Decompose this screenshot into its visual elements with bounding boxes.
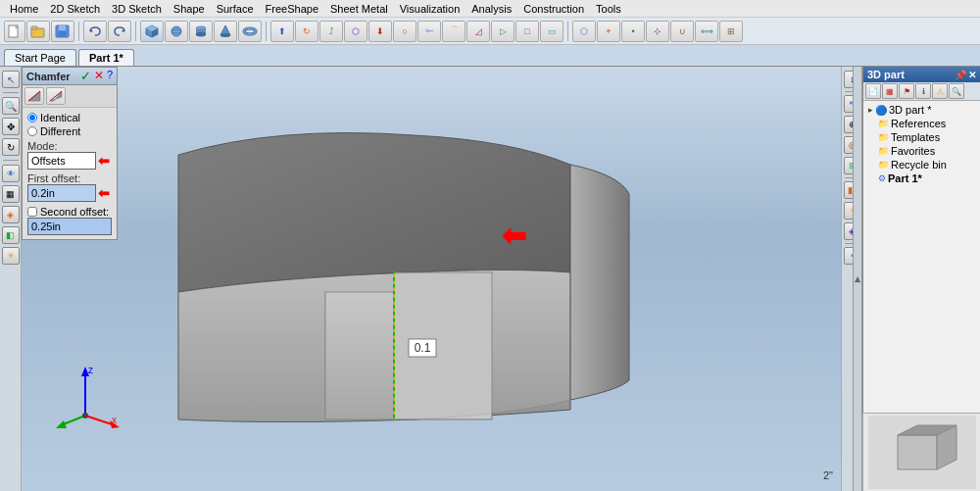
tab-start-page[interactable]: Start Page: [4, 49, 76, 66]
right-panel-header: 3D part 📌 ✕: [863, 67, 980, 82]
render-icon[interactable]: ◈: [2, 206, 20, 223]
tree-item-part1[interactable]: ⚙ Part 1*: [875, 172, 978, 185]
pattern-btn[interactable]: ⊞: [719, 21, 743, 42]
rp-search-btn[interactable]: 🔍: [949, 83, 964, 99]
menu-visualization[interactable]: Visualization: [394, 3, 466, 15]
light-icon[interactable]: ☀: [2, 247, 20, 265]
select-icon[interactable]: ↖: [2, 71, 20, 88]
rp-graph-btn[interactable]: ▦: [882, 83, 898, 99]
tab-part[interactable]: Part 1*: [78, 49, 134, 66]
menu-surface[interactable]: Surface: [211, 3, 260, 15]
radio-different-row: Different: [27, 125, 112, 137]
zoom-icon[interactable]: 🔍: [2, 97, 20, 115]
radio-identical[interactable]: [27, 113, 37, 123]
right-panel-toolbar: 📄 ▦ ⚑ ℹ ⚠ 🔍: [863, 82, 980, 101]
menu-3d-sketch[interactable]: 3D Sketch: [106, 3, 168, 15]
menu-tools[interactable]: Tools: [590, 3, 627, 15]
fillet-btn[interactable]: ⌒: [442, 21, 466, 42]
right-panel-collapse-btn[interactable]: ◀: [853, 67, 862, 491]
first-offset-input[interactable]: [27, 184, 96, 202]
point-btn[interactable]: •: [621, 21, 645, 42]
material-icon[interactable]: ◧: [2, 226, 20, 244]
svg-rect-4: [31, 26, 37, 29]
second-offset-input[interactable]: [27, 218, 112, 235]
new-btn[interactable]: [4, 21, 25, 42]
rp-new-btn[interactable]: 📄: [865, 83, 881, 99]
tree-expand-icon: ▸: [868, 105, 873, 115]
radio-different[interactable]: [27, 126, 37, 136]
tree-item-references[interactable]: 📁 References: [875, 117, 978, 130]
rp-flag-btn[interactable]: ⚑: [899, 83, 914, 99]
pan-icon[interactable]: ✥: [2, 118, 20, 135]
pocket-btn[interactable]: ⬇: [368, 21, 392, 42]
extrude-btn[interactable]: ⬆: [270, 21, 294, 42]
box-btn[interactable]: [140, 21, 164, 42]
tree-item-3dpart[interactable]: ▸ 🔵 3D part *: [865, 103, 978, 117]
menu-freeshape[interactable]: FreeShape: [260, 3, 324, 15]
tree-item-recycle[interactable]: 📁 Recycle bin: [875, 158, 978, 172]
loft-btn[interactable]: ⬡: [344, 21, 368, 42]
cyl-btn[interactable]: [189, 21, 213, 42]
panel-close-btn[interactable]: ✕: [968, 70, 976, 80]
chamfer-type2-btn[interactable]: [46, 87, 66, 105]
right-tree-panel: 3D part 📌 ✕ 📄 ▦ ⚑ ℹ ⚠ 🔍 ▸ 🔵 3D part * 📁 …: [862, 67, 980, 413]
tree-part1-label: Part 1*: [888, 172, 922, 184]
tab-bar: Start Page Part 1*: [0, 45, 980, 67]
chamfer-cancel-btn[interactable]: ✕: [94, 70, 104, 82]
tree-templates-label: Templates: [891, 131, 940, 143]
first-offset-label: First offset:: [27, 172, 112, 184]
menu-2d-sketch[interactable]: 2D Sketch: [44, 3, 106, 15]
tree-folder-icon3: 📁: [878, 146, 889, 156]
mode-input[interactable]: [27, 152, 96, 170]
sweep-btn[interactable]: ⤴: [319, 21, 343, 42]
undo-btn[interactable]: [83, 21, 107, 42]
chamfer-type1-btn[interactable]: [24, 87, 44, 105]
section-icon[interactable]: ▦: [2, 185, 20, 203]
hole-btn[interactable]: ○: [393, 21, 416, 42]
viewport-thumbnail: [862, 413, 980, 491]
menu-construction[interactable]: Construction: [517, 3, 590, 15]
revolve-btn[interactable]: ↻: [295, 21, 318, 42]
viewport[interactable]: 0.1 ➡ z x 2": [22, 67, 980, 491]
vsep1: [3, 92, 19, 93]
first-offset-field-row: ⬅: [27, 184, 112, 202]
look-icon[interactable]: 👁: [2, 165, 20, 182]
mirror-btn[interactable]: ⟺: [695, 21, 718, 42]
thick-btn[interactable]: ▭: [540, 21, 564, 42]
svg-marker-42: [898, 435, 937, 469]
tree-item-templates[interactable]: 📁 Templates: [875, 130, 978, 144]
second-offset-field-wrap: [27, 218, 112, 235]
second-offset-checkbox[interactable]: [27, 207, 37, 217]
radio-identical-label: Identical: [40, 112, 80, 123]
menu-analysis[interactable]: Analysis: [466, 3, 517, 15]
second-offset-row: Second offset:: [27, 206, 112, 218]
menu-sheet-metal[interactable]: Sheet Metal: [324, 3, 394, 15]
save-btn[interactable]: [51, 21, 74, 42]
bool-btn[interactable]: ∪: [670, 21, 694, 42]
torus-btn[interactable]: [238, 21, 262, 42]
menu-home[interactable]: Home: [4, 3, 44, 15]
rp-info-btn[interactable]: ℹ: [915, 83, 931, 99]
chamfer-ok-btn[interactable]: ✓: [80, 70, 91, 82]
sphere-btn[interactable]: [165, 21, 188, 42]
redo-btn[interactable]: [108, 21, 131, 42]
rib-btn[interactable]: ⟜: [417, 21, 441, 42]
chamfer-title-text: Chamfer: [26, 71, 71, 82]
cone-btn[interactable]: [214, 21, 237, 42]
first-offset-arrow-icon: ⬅: [98, 185, 110, 201]
chamfer-btn[interactable]: ◿: [466, 21, 490, 42]
axis-btn[interactable]: +: [597, 21, 620, 42]
shell-btn[interactable]: □: [515, 21, 539, 42]
plane-btn[interactable]: ⬡: [572, 21, 596, 42]
sep3: [266, 22, 267, 41]
panel-pin-btn[interactable]: 📌: [955, 70, 966, 80]
rotate-icon[interactable]: ↻: [2, 138, 20, 156]
open-btn[interactable]: [26, 21, 50, 42]
menu-shape[interactable]: Shape: [168, 3, 211, 15]
chamfer-body: Identical Different Mode: ⬅ First offset…: [23, 108, 117, 239]
draft-btn[interactable]: ▷: [491, 21, 514, 42]
chamfer-help-btn[interactable]: ?: [107, 70, 113, 82]
rp-warn-btn[interactable]: ⚠: [932, 83, 948, 99]
csys-btn[interactable]: ⊹: [646, 21, 669, 42]
tree-item-favorites[interactable]: 📁 Favorites: [875, 144, 978, 158]
